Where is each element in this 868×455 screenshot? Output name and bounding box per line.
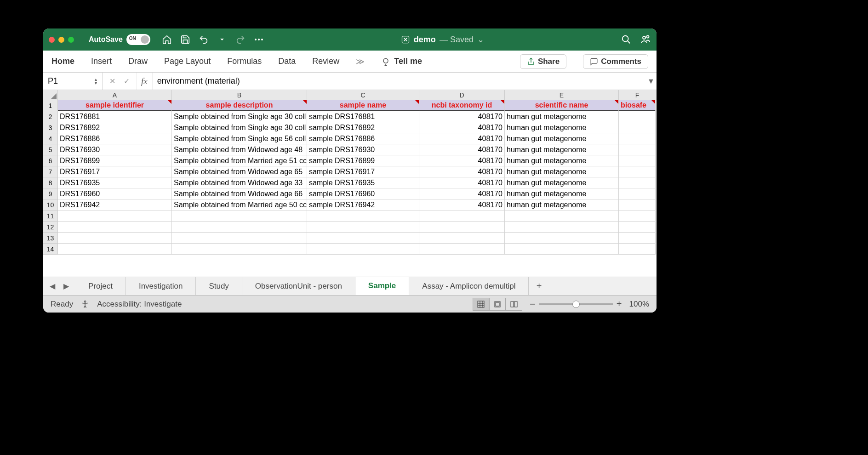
cell[interactable]: DRS176917 bbox=[58, 166, 172, 177]
column-header-f[interactable]: F bbox=[619, 90, 656, 100]
cell[interactable]: sample DRS176892 bbox=[307, 122, 419, 133]
cell[interactable] bbox=[307, 244, 419, 255]
cell[interactable] bbox=[619, 233, 656, 244]
cell[interactable]: human gut metagenome bbox=[505, 144, 619, 155]
row-header[interactable]: 12 bbox=[43, 222, 58, 233]
cell[interactable]: sample DRS176960 bbox=[307, 188, 419, 199]
cell[interactable] bbox=[619, 210, 656, 222]
row-header[interactable]: 13 bbox=[43, 233, 58, 244]
expand-formula-bar-icon[interactable]: ▼ bbox=[645, 73, 657, 90]
minimize-window[interactable] bbox=[58, 37, 64, 43]
cell[interactable]: DRS176960 bbox=[58, 188, 172, 199]
row-header-1[interactable]: 1 bbox=[43, 100, 58, 111]
row-header[interactable]: 8 bbox=[43, 177, 58, 188]
sheet-tab[interactable]: Sample bbox=[355, 277, 409, 295]
cell[interactable] bbox=[419, 210, 505, 222]
column-header-d[interactable]: D bbox=[419, 90, 505, 100]
cell[interactable]: Sample obtained from Widowed age 65 bbox=[172, 166, 307, 177]
cell[interactable] bbox=[505, 244, 619, 255]
cell[interactable]: 408170 bbox=[419, 133, 505, 144]
cell[interactable]: DRS176930 bbox=[58, 144, 172, 155]
zoom-thumb[interactable] bbox=[572, 301, 580, 308]
sheet-tab[interactable]: Project bbox=[75, 277, 126, 295]
cell[interactable] bbox=[619, 177, 656, 188]
fx-label[interactable]: fx bbox=[137, 73, 153, 90]
cell[interactable]: sample DRS176930 bbox=[307, 144, 419, 155]
row-header[interactable]: 9 bbox=[43, 188, 58, 199]
cell[interactable]: Sample obtained from Widowed age 48 bbox=[172, 144, 307, 155]
cell[interactable]: DRS176942 bbox=[58, 199, 172, 210]
ribbon-tab-insert[interactable]: Insert bbox=[91, 57, 112, 66]
name-box[interactable]: P1 ▲▼ bbox=[43, 73, 103, 90]
cell[interactable]: 408170 bbox=[419, 144, 505, 155]
cancel-formula-icon[interactable]: ✕ bbox=[109, 77, 115, 85]
share-presence-icon[interactable] bbox=[640, 34, 651, 45]
cell[interactable] bbox=[419, 222, 505, 233]
cell[interactable]: human gut metagenome bbox=[505, 122, 619, 133]
column-header-b[interactable]: B bbox=[172, 90, 307, 100]
ribbon-tab-draw[interactable]: Draw bbox=[128, 57, 148, 66]
cell[interactable]: sample DRS176942 bbox=[307, 199, 419, 210]
zoom-level[interactable]: 100% bbox=[629, 300, 649, 309]
sheet-tab[interactable]: Investigation bbox=[126, 277, 196, 295]
cell[interactable]: human gut metagenome bbox=[505, 155, 619, 166]
normal-view-button[interactable] bbox=[473, 298, 489, 311]
cell[interactable] bbox=[419, 233, 505, 244]
row-header[interactable]: 7 bbox=[43, 166, 58, 177]
cell[interactable]: sample DRS176886 bbox=[307, 133, 419, 144]
column-header-a[interactable]: A bbox=[58, 90, 172, 100]
cell[interactable] bbox=[307, 222, 419, 233]
cell[interactable] bbox=[619, 199, 656, 210]
cell[interactable] bbox=[58, 210, 172, 222]
cell[interactable] bbox=[419, 244, 505, 255]
cell[interactable] bbox=[307, 233, 419, 244]
title-dropdown-icon[interactable]: ⌄ bbox=[477, 34, 484, 45]
row-header[interactable]: 2 bbox=[43, 111, 58, 122]
cell[interactable] bbox=[172, 210, 307, 222]
cell[interactable]: 408170 bbox=[419, 199, 505, 210]
accessibility-label[interactable]: Accessibility: Investigate bbox=[97, 300, 182, 309]
cell[interactable]: human gut metagenome bbox=[505, 133, 619, 144]
cell[interactable]: 408170 bbox=[419, 166, 505, 177]
row-header[interactable]: 11 bbox=[43, 210, 58, 222]
accessibility-icon[interactable] bbox=[80, 300, 90, 309]
cell[interactable] bbox=[619, 133, 656, 144]
cell[interactable]: DRS176881 bbox=[58, 111, 172, 122]
close-window[interactable] bbox=[49, 37, 55, 43]
cell[interactable] bbox=[505, 210, 619, 222]
ribbon-tab-formulas[interactable]: Formulas bbox=[227, 57, 262, 66]
more-icon[interactable] bbox=[253, 34, 264, 45]
accept-formula-icon[interactable]: ✓ bbox=[124, 77, 130, 85]
cell[interactable]: human gut metagenome bbox=[505, 177, 619, 188]
header-cell-d[interactable]: ncbi taxonomy id bbox=[419, 100, 505, 111]
cell[interactable]: human gut metagenome bbox=[505, 111, 619, 122]
header-cell-f[interactable]: biosafe bbox=[619, 100, 656, 111]
cell[interactable]: sample DRS176881 bbox=[307, 111, 419, 122]
cell[interactable]: DRS176935 bbox=[58, 177, 172, 188]
header-cell-c[interactable]: sample name bbox=[307, 100, 419, 111]
sheet-prev-icon[interactable]: ◀ bbox=[50, 282, 55, 290]
sheet-tab[interactable]: ObservationUnit - person bbox=[242, 277, 355, 295]
cell[interactable] bbox=[619, 244, 656, 255]
cell[interactable]: 408170 bbox=[419, 188, 505, 199]
sheet-tab[interactable]: Study bbox=[196, 277, 242, 295]
cell[interactable] bbox=[619, 155, 656, 166]
undo-icon[interactable] bbox=[198, 34, 209, 45]
ribbon-tab-home[interactable]: Home bbox=[51, 57, 74, 66]
cell[interactable]: human gut metagenome bbox=[505, 199, 619, 210]
save-icon[interactable] bbox=[180, 34, 191, 45]
home-icon[interactable] bbox=[161, 34, 172, 45]
column-header-c[interactable]: C bbox=[307, 90, 419, 100]
add-sheet-button[interactable]: + bbox=[529, 281, 549, 291]
cell[interactable] bbox=[619, 144, 656, 155]
cell[interactable]: human gut metagenome bbox=[505, 188, 619, 199]
zoom-in-button[interactable]: + bbox=[617, 299, 622, 309]
cell[interactable] bbox=[505, 233, 619, 244]
cell[interactable] bbox=[172, 244, 307, 255]
ribbon-tab-data[interactable]: Data bbox=[278, 57, 296, 66]
row-header[interactable]: 10 bbox=[43, 199, 58, 210]
redo-icon[interactable] bbox=[235, 34, 246, 45]
cell[interactable]: Sample obtained from Married age 50 cc bbox=[172, 199, 307, 210]
cell[interactable]: DRS176886 bbox=[58, 133, 172, 144]
zoom-out-button[interactable]: − bbox=[530, 298, 536, 310]
